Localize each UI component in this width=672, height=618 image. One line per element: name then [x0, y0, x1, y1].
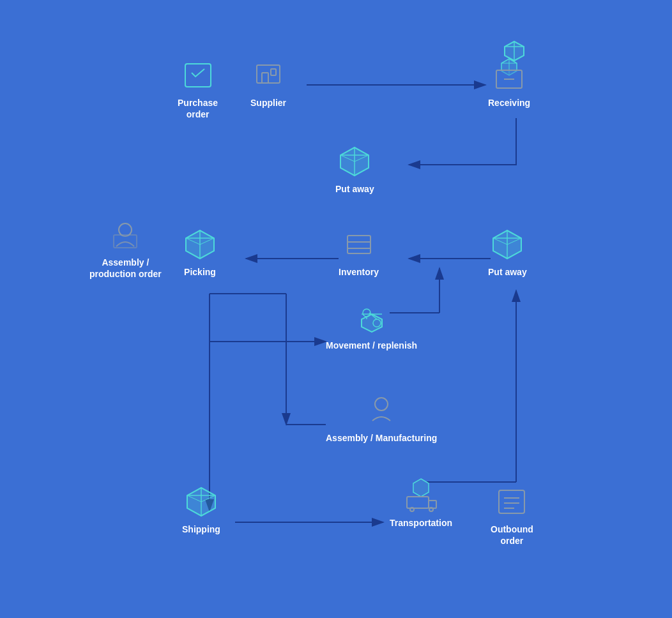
supplier-icon [250, 57, 286, 93]
put-away-right-label: Put away [488, 266, 527, 278]
transportation-label: Transportation [390, 517, 452, 529]
assembly-manufacturing-node: Assembly / Manufacturing [326, 393, 437, 444]
purchase-order-label: Purchaseorder [178, 97, 218, 120]
svg-rect-60 [499, 490, 524, 513]
inventory-icon [341, 227, 377, 262]
receiving-node: Receiving [488, 57, 530, 109]
inventory-node: Inventory [339, 227, 379, 278]
transportation-icon [403, 478, 439, 513]
outbound-order-node: Outboundorder [491, 484, 533, 546]
receiving-small-box [503, 40, 526, 65]
assembly-production-node: Assembly /production order [89, 217, 162, 280]
movement-replenish-node: Movement / replenish [326, 300, 417, 351]
supplier-node: Supplier [250, 57, 286, 109]
put-away-top-node: Put away [335, 144, 374, 195]
assembly-manufacturing-label: Assembly / Manufacturing [326, 432, 437, 444]
svg-rect-57 [429, 501, 436, 508]
shipping-icon [183, 484, 219, 520]
picking-node: Picking [182, 227, 218, 278]
outbound-order-icon [494, 484, 530, 520]
svg-marker-55 [413, 479, 429, 497]
receiving-label: Receiving [488, 97, 530, 109]
shipping-label: Shipping [182, 524, 220, 535]
inventory-label: Inventory [339, 266, 379, 278]
svg-rect-56 [407, 497, 429, 508]
diagram-container: Purchaseorder Supplier Receiving [0, 0, 672, 618]
purchase-order-icon [180, 57, 216, 93]
svg-point-49 [375, 398, 388, 411]
transportation-node: Transportation [390, 478, 452, 529]
svg-marker-47 [362, 314, 382, 332]
svg-point-59 [429, 508, 433, 511]
svg-point-58 [410, 508, 414, 511]
picking-icon [182, 227, 218, 262]
put-away-top-icon [337, 144, 372, 179]
movement-replenish-label: Movement / replenish [326, 340, 417, 351]
assembly-manufacturing-icon [363, 393, 399, 428]
outbound-order-label: Outboundorder [491, 524, 533, 546]
supplier-label: Supplier [250, 97, 286, 109]
assembly-production-icon [107, 217, 143, 253]
svg-rect-14 [185, 64, 211, 87]
picking-label: Picking [184, 266, 216, 278]
put-away-top-label: Put away [335, 183, 374, 195]
svg-rect-29 [114, 235, 137, 248]
shipping-node: Shipping [182, 484, 220, 535]
purchase-order-node: Purchaseorder [178, 57, 218, 120]
assembly-production-label: Assembly /production order [89, 257, 162, 280]
put-away-right-node: Put away [488, 227, 527, 278]
svg-rect-35 [347, 236, 370, 253]
put-away-right-icon [489, 227, 525, 262]
movement-replenish-icon [354, 300, 390, 336]
